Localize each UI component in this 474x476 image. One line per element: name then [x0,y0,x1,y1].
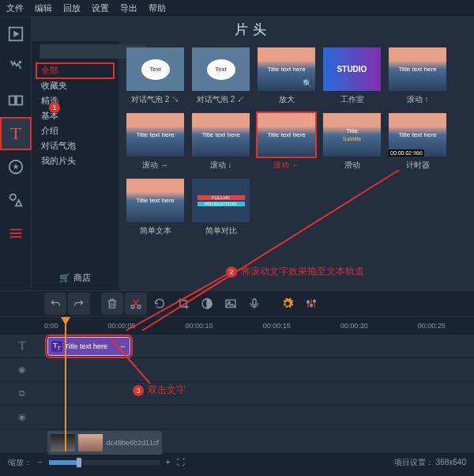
ruler-tick: 00:00:15 [263,322,291,330]
menubar: 文件 编辑 回放 设置 导出 帮助 [0,0,474,17]
timeline-ruler[interactable]: 0:0000:00:0500:00:1000:00:1500:00:2000:0… [0,317,474,334]
shop-button[interactable]: 🛒 商店 [32,266,118,290]
video-track[interactable]: dc48be6b2d11cf [0,429,474,456]
redo-button[interactable] [68,293,90,315]
gallery-item[interactable]: Text对话气泡 2 ↙ [192,47,250,105]
sidebar-media[interactable] [0,17,32,51]
gallery-item[interactable]: Title text here00:00:02:986计时器 [389,113,446,171]
sidebar: T [0,17,32,290]
gallery-item-label: 滚动 ↓ [210,160,232,171]
ruler-tick: 00:00:25 [418,322,446,330]
gallery-item[interactable]: FULLHDPRODUCTION简单对比 [192,179,250,236]
video-clip-label: dc48be6b2d11cf [106,439,159,447]
svg-rect-3 [17,96,22,105]
zoom-fit-button[interactable]: ⛶ [177,458,185,467]
sidebar-transitions[interactable] [0,84,32,117]
gallery-item[interactable]: Title text here滚动 ↑ [389,47,446,105]
settings-button[interactable] [276,293,299,315]
category-item[interactable]: 我的片头 [36,153,114,168]
sidebar-shapes[interactable] [0,183,32,217]
gallery-item-label: 滚动 ↑ [407,94,429,105]
svg-point-5 [10,195,16,200]
panel-title: 片头 [32,17,474,41]
svg-point-25 [307,301,310,304]
svg-point-27 [314,300,316,302]
svg-point-26 [310,304,313,307]
svg-line-16 [134,300,139,306]
track-3[interactable]: ⧉ [0,382,474,406]
gallery-item-label: 工作室 [340,94,364,105]
text-track-icon: T [0,339,44,353]
text-track[interactable]: T TT Title text here ↔ [0,334,474,358]
sidebar-stickers[interactable] [0,150,32,183]
category-item[interactable]: 对话气泡 [36,138,114,153]
gallery-item[interactable]: Text对话气泡 2 ↘ [126,47,184,105]
svg-rect-2 [9,96,15,105]
text-icon: T [10,123,21,144]
eye-icon: ◉ [0,365,44,375]
undo-button[interactable] [44,293,66,315]
sidebar-titles[interactable]: T [0,117,32,150]
crop-button[interactable] [172,293,194,315]
text-clip-label: Title text here [65,342,107,350]
svg-line-17 [133,300,138,306]
svg-rect-21 [253,299,256,305]
category-item[interactable]: 介绍 [36,123,114,138]
arrow-icon: ↔ [119,342,126,350]
rotate-button[interactable] [149,293,171,315]
sidebar-more[interactable] [0,217,32,250]
gallery-item[interactable]: Title text here滚动 ← [258,113,315,171]
adjust-button[interactable] [300,293,322,315]
zoom-out-button[interactable]: − [38,458,43,467]
zoom-label: 缩放： [8,457,32,468]
gallery-item-label: 滚动 ← [273,160,299,171]
text-clip-icon: TT [51,341,62,352]
gallery-item-label: 对话气泡 2 ↙ [197,94,245,105]
track-2[interactable]: ◉ [0,358,474,382]
titles-gallery: Text对话气泡 2 ↘Text对话气泡 2 ↙Title text here🔍… [118,41,474,290]
video-thumb [51,434,75,451]
gallery-item[interactable]: Title text here滚动 ↓ [192,113,250,171]
ruler-tick: 00:00:10 [186,322,213,330]
gallery-item-label: 滑动 [344,160,360,171]
cut-button[interactable] [125,293,147,315]
menu-export[interactable]: 导出 [120,2,137,14]
menu-settings[interactable]: 设置 [92,2,109,14]
menu-play[interactable]: 回放 [63,2,81,14]
menu-help[interactable]: 帮助 [149,2,166,14]
gallery-item-label: 滚动 → [142,160,168,171]
shop-label: 商店 [73,273,91,282]
gallery-item[interactable]: Title text here滚动 → [126,113,184,171]
overlay-icon: ⧉ [0,388,44,399]
sidebar-filters[interactable] [0,51,32,84]
text-clip[interactable]: TT Title text here ↔ [47,337,130,356]
category-item[interactable]: 基本 [36,108,114,123]
track-4[interactable]: ◉ [0,406,474,429]
gallery-item-label: 简单对比 [205,225,237,236]
gallery-item-label: 计时器 [406,160,430,171]
menu-file[interactable]: 文件 [6,2,24,14]
zoom-slider[interactable] [49,460,160,465]
gallery-item[interactable]: TitleSubtitle滑动 [323,113,381,171]
eye-icon: ◉ [0,412,44,422]
category-item[interactable]: 精选 [36,93,114,108]
gallery-item-label: 放大 [279,94,295,105]
image-button[interactable] [220,293,242,315]
color-button[interactable] [196,293,218,315]
delete-button[interactable] [101,293,123,315]
category-item[interactable]: 全部 [36,63,114,78]
category-item[interactable]: 收藏夹 [36,78,114,93]
gallery-item-label: 简单文本 [140,225,171,236]
gallery-item[interactable]: STUDIO工作室 [323,47,381,105]
mic-button[interactable] [243,293,265,315]
ruler-tick: 0:00 [44,322,58,330]
gallery-item[interactable]: Title text here🔍放大 [258,47,315,105]
gallery-item-label: 对话气泡 2 ↘ [131,94,179,105]
menu-edit[interactable]: 编辑 [35,2,52,14]
playhead[interactable] [65,317,66,451]
zoom-in-button[interactable]: + [166,458,171,467]
project-settings[interactable]: 项目设置： 368x640 [394,457,466,468]
ruler-tick: 00:00:05 [108,322,136,330]
gallery-item[interactable]: Title text here简单文本 [126,179,184,236]
category-panel: × 全部收藏夹精选基本介绍对话气泡我的片头 🛒 商店 [32,41,118,290]
